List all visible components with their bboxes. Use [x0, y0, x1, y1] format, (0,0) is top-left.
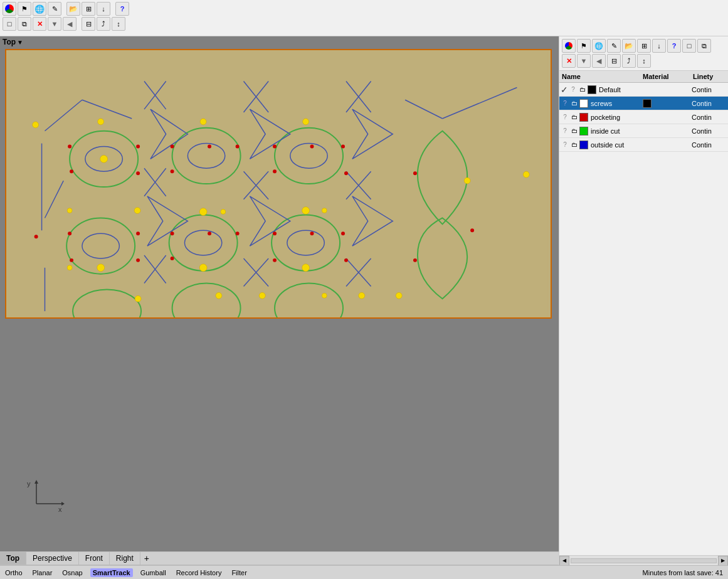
color-screws[interactable]: [579, 99, 588, 108]
visible-icon-outside-cut[interactable]: ?: [561, 141, 569, 149]
layer-icons-default: ✓ ? 🗀: [559, 85, 598, 95]
canvas-area: x y: [5, 49, 554, 546]
copy-btn[interactable]: ⧉: [18, 17, 31, 31]
lock-icon-inside-cut[interactable]: 🗀: [570, 127, 579, 135]
tab-top[interactable]: Top: [0, 552, 26, 565]
panel-copy-btn[interactable]: ⧉: [697, 39, 711, 53]
tab-perspective[interactable]: Perspective: [26, 552, 79, 565]
svg-point-42: [100, 155, 108, 162]
svg-point-65: [68, 145, 71, 149]
status-filter[interactable]: Filter: [229, 568, 249, 577]
panel-pencil-btn[interactable]: ✎: [607, 39, 621, 53]
layer-row-screws[interactable]: ? 🗀 screws Contin: [559, 97, 728, 110]
status-planar[interactable]: Planar: [30, 568, 55, 577]
svg-point-46: [221, 210, 226, 215]
tab-right[interactable]: Right: [110, 552, 140, 565]
panel-export-btn[interactable]: ⤴: [622, 54, 636, 68]
panel-arrow-btn[interactable]: ↓: [652, 39, 666, 53]
layer-row-pocketing[interactable]: ? 🗀 pocketing Contin: [559, 110, 728, 124]
visible-icon-screws[interactable]: ?: [561, 99, 569, 108]
svg-point-78: [344, 171, 348, 175]
scroll-track[interactable]: [571, 558, 717, 563]
layer-row-inside-cut[interactable]: ? 🗀 inside cut Contin: [559, 124, 728, 138]
panel-scrollbar[interactable]: ◀ ▶: [559, 555, 728, 565]
panel-folder-btn[interactable]: 📂: [622, 39, 636, 53]
folder-btn[interactable]: 📂: [66, 2, 80, 16]
panel-trileft-btn[interactable]: ◀: [592, 54, 606, 68]
panel-window-btn[interactable]: ⊞: [637, 39, 651, 53]
move-btn[interactable]: ↕: [112, 17, 125, 31]
svg-point-44: [67, 208, 72, 213]
svg-point-60: [200, 119, 206, 125]
status-gumball[interactable]: Gumball: [138, 568, 169, 577]
delete-btn[interactable]: ✕: [33, 17, 46, 31]
globe-btn[interactable]: 🌐: [33, 2, 46, 16]
panel-help-btn[interactable]: ?: [667, 39, 681, 53]
add-tab-btn[interactable]: +: [140, 552, 153, 565]
help-btn[interactable]: ?: [115, 2, 129, 16]
export-btn[interactable]: ⤴: [97, 17, 110, 31]
scroll-left-btn[interactable]: ◀: [559, 556, 569, 566]
layer-row-default[interactable]: ✓ ? 🗀 Default Contin: [559, 83, 728, 97]
layer-icons-outside-cut: ? 🗀: [559, 141, 589, 149]
tri-down-btn[interactable]: ▼: [48, 17, 61, 31]
pcb-canvas[interactable]: [5, 49, 552, 319]
color-inside-cut[interactable]: [579, 127, 588, 135]
svg-point-53: [199, 264, 207, 272]
panel-display-btn[interactable]: [562, 39, 576, 53]
svg-point-86: [208, 231, 211, 235]
tab-front[interactable]: Front: [79, 552, 110, 565]
status-record-history[interactable]: Record History: [174, 568, 224, 577]
svg-point-43: [134, 208, 140, 214]
lock-icon-screws[interactable]: 🗀: [570, 99, 579, 108]
svg-point-90: [310, 231, 314, 235]
svg-point-48: [322, 208, 327, 213]
bottom-tabs: Top Perspective Front Right +: [0, 551, 559, 565]
panel-tridown-btn[interactable]: ▼: [577, 54, 591, 68]
viewport-label[interactable]: Top ▼: [3, 38, 23, 46]
lock-icon-outside-cut[interactable]: 🗀: [570, 141, 579, 149]
layer-icons-screws: ? 🗀: [559, 99, 589, 108]
color-pocketing[interactable]: [579, 113, 588, 122]
color-outside-cut[interactable]: [579, 141, 588, 149]
viewport-dropdown-arrow[interactable]: ▼: [17, 39, 23, 46]
visible-icon-pocketing[interactable]: ?: [561, 113, 569, 122]
visible-icon-inside-cut[interactable]: ?: [561, 127, 569, 135]
svg-point-56: [302, 264, 310, 272]
color-default[interactable]: [588, 85, 596, 94]
display-modes-btn[interactable]: [3, 2, 16, 16]
svg-point-71: [208, 145, 211, 149]
status-message: Minutes from last save: 41: [640, 568, 725, 577]
window-btn[interactable]: ⊞: [82, 2, 95, 16]
panel-new-btn[interactable]: □: [682, 39, 696, 53]
filter-btn[interactable]: ⊟: [82, 17, 95, 31]
svg-point-74: [273, 145, 277, 149]
panel-globe-btn[interactable]: 🌐: [592, 39, 606, 53]
svg-point-87: [236, 231, 240, 235]
flag-btn[interactable]: ⚑: [18, 2, 31, 16]
new-btn[interactable]: □: [3, 17, 16, 31]
panel-toolbar: ⚑ 🌐 ✎ 📂 ⊞ ↓ ? □ ⧉ ✕ ▼ ◀ ⊟ ⤴ ↕: [559, 36, 728, 71]
visible-icon-default[interactable]: ?: [569, 85, 578, 94]
status-smarttrack[interactable]: SmartTrack: [90, 568, 133, 577]
panel-flag-btn[interactable]: ⚑: [577, 39, 591, 53]
svg-point-91: [341, 231, 345, 235]
pencil-btn[interactable]: ✎: [48, 2, 61, 16]
lock-icon-default[interactable]: 🗀: [578, 85, 587, 94]
status-ortho[interactable]: Ortho: [3, 568, 25, 577]
lock-icon-pocketing[interactable]: 🗀: [570, 113, 579, 122]
svg-point-57: [322, 293, 327, 298]
panel-move-btn[interactable]: ↕: [637, 54, 651, 68]
scroll-right-btn[interactable]: ▶: [718, 556, 728, 566]
status-osnap[interactable]: Osnap: [60, 568, 85, 577]
panel-delete-btn[interactable]: ✕: [562, 54, 576, 68]
svg-point-62: [98, 119, 104, 125]
panel-filter-btn[interactable]: ⊟: [607, 54, 621, 68]
layer-row-outside-cut[interactable]: ? 🗀 outside cut Contin: [559, 138, 728, 152]
layer-icons-inside-cut: ? 🗀: [559, 127, 589, 135]
arrow-down-btn[interactable]: ↓: [97, 2, 110, 16]
svg-point-80: [470, 228, 474, 232]
tri-left-btn[interactable]: ◀: [63, 17, 76, 31]
layer-linetype-screws: Contin: [690, 100, 728, 107]
svg-point-59: [396, 292, 402, 299]
